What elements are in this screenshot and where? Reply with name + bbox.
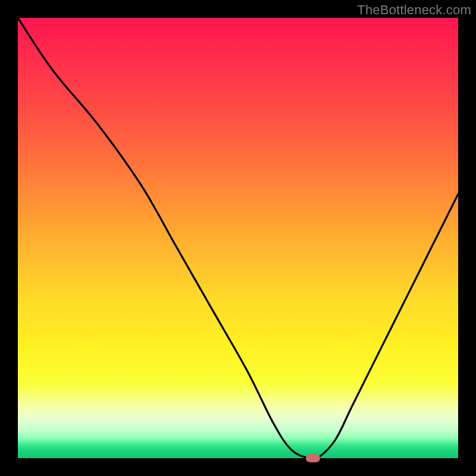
- optimal-marker: [306, 454, 320, 462]
- plot-area: [18, 18, 458, 458]
- curve-svg: [18, 18, 458, 458]
- chart-stage: TheBottleneck.com: [0, 0, 476, 476]
- watermark-text: TheBottleneck.com: [357, 2, 471, 18]
- bottleneck-curve-path: [18, 18, 458, 460]
